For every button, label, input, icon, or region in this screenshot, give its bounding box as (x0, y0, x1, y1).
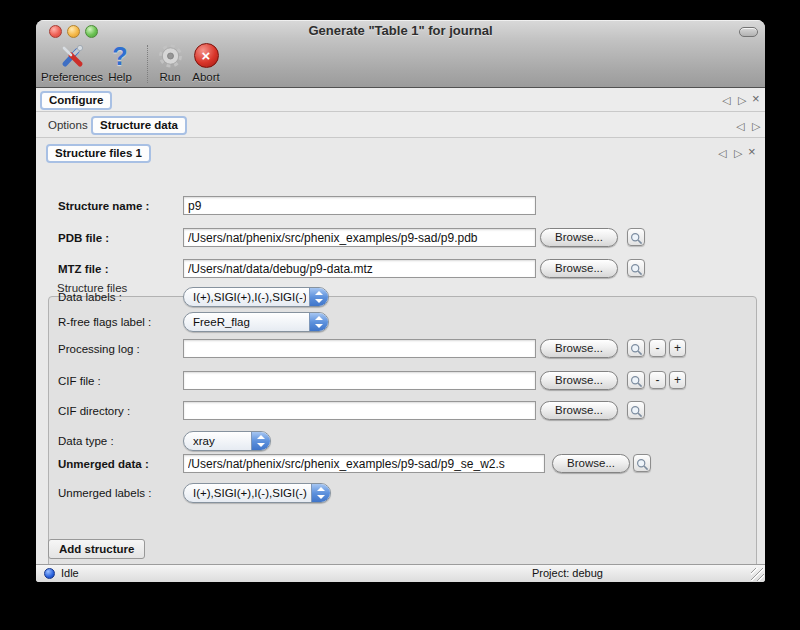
options-tab-strip: Options Structure data ◁ ▷ (36, 113, 765, 138)
cif-file-label: CIF file : (58, 371, 101, 391)
close-pane-icon[interactable]: × (752, 93, 760, 105)
nav-back-icon[interactable]: ◁ (722, 94, 730, 106)
status-bar: Idle Project: debug (36, 564, 765, 582)
tab-options[interactable]: Options (48, 119, 88, 131)
project-label: Project: debug (532, 565, 603, 582)
abort-button[interactable]: × Abort (187, 43, 225, 83)
status-idle-icon (44, 568, 55, 579)
search-icon (636, 458, 649, 471)
data-labels-label: Data labels : (58, 287, 122, 307)
view-mtz-button[interactable] (627, 259, 645, 277)
form-row-data-type: Data type : xray (36, 431, 765, 451)
nav-forward-icon[interactable]: ▷ (734, 147, 742, 159)
window-title: Generate "Table 1" for journal (36, 20, 765, 42)
nav-back-icon[interactable]: ◁ (718, 147, 726, 159)
add-processing-log-button[interactable]: + (669, 339, 686, 357)
form-row-rfree-flags: R-free flags label : FreeR_flag (36, 312, 765, 332)
unmerged-data-input[interactable] (183, 454, 545, 473)
browse-processing-log-button[interactable]: Browse... (540, 339, 618, 358)
nav-back-icon[interactable]: ◁ (736, 120, 744, 132)
pdb-file-label: PDB file : (58, 228, 109, 248)
abort-label: Abort (187, 71, 225, 83)
structure-data-page: Structure files 1 ◁ ▷ × Structure files … (36, 138, 765, 564)
resize-grip[interactable] (751, 568, 764, 581)
form-row-mtz-file: MTZ file : Browse... (36, 259, 765, 279)
structure-name-label: Structure name : (58, 196, 149, 216)
data-labels-value: I(+),SIGI(+),I(-),SIGI(-) (193, 288, 306, 306)
form-row-unmerged-labels: Unmerged labels : I(+),SIGI(+),I(-),SIGI… (36, 483, 765, 503)
search-icon (630, 263, 643, 276)
structure-name-input[interactable] (183, 196, 536, 215)
remove-processing-log-button[interactable]: - (649, 339, 666, 357)
form-row-structure-name: Structure name : (36, 196, 765, 216)
browse-unmerged-data-button[interactable]: Browse... (552, 454, 630, 473)
unmerged-labels-label: Unmerged labels : (58, 483, 151, 503)
cif-file-input[interactable] (183, 371, 536, 390)
tab-structure-files-1[interactable]: Structure files 1 (46, 144, 151, 163)
processing-log-label: Processing log : (58, 339, 140, 359)
abort-x-icon: × (194, 43, 219, 68)
remove-cif-file-button[interactable]: - (649, 371, 666, 389)
add-structure-button[interactable]: Add structure (48, 539, 145, 559)
close-window-button[interactable] (49, 25, 62, 38)
close-pane-icon[interactable]: × (748, 146, 756, 158)
help-label: Help (102, 71, 138, 83)
nav-forward-icon[interactable]: ▷ (752, 120, 760, 132)
zoom-window-button[interactable] (85, 25, 98, 38)
data-type-label: Data type : (58, 431, 114, 451)
browse-cif-file-button[interactable]: Browse... (540, 371, 618, 390)
screenshot-stage: Generate "Table 1" for journal Preferenc… (0, 0, 800, 630)
pdb-file-input[interactable] (183, 228, 536, 247)
form-row-processing-log: Processing log : Browse... - + (36, 339, 765, 359)
run-button[interactable]: Run (152, 43, 188, 83)
rfree-flags-popup[interactable]: FreeR_flag (183, 312, 329, 332)
popup-arrows-icon (309, 288, 328, 306)
cif-directory-label: CIF directory : (58, 401, 130, 421)
processing-log-input[interactable] (183, 339, 536, 358)
view-unmerged-data-button[interactable] (633, 454, 651, 472)
configure-tab-strip: Configure ◁ ▷ × (36, 88, 765, 112)
app-window: Generate "Table 1" for journal Preferenc… (36, 20, 765, 582)
form-row-unmerged-data: Unmerged data : Browse... (36, 454, 765, 474)
popup-arrows-icon (311, 484, 330, 502)
view-processing-log-button[interactable] (627, 339, 645, 357)
toolbar-separator (147, 45, 148, 83)
popup-arrows-icon (251, 432, 270, 450)
data-labels-popup[interactable]: I(+),SIGI(+),I(-),SIGI(-) (183, 287, 329, 307)
help-button[interactable]: ? Help (102, 43, 138, 83)
status-text: Idle (61, 565, 79, 582)
mtz-file-label: MTZ file : (58, 259, 108, 279)
form-row-pdb-file: PDB file : Browse... (36, 228, 765, 248)
unmerged-labels-popup[interactable]: I(+),SIGI(+),I(-),SIGI(-) (183, 483, 331, 503)
view-pdb-button[interactable] (627, 228, 645, 246)
view-cif-file-button[interactable] (627, 371, 645, 389)
search-icon (630, 375, 643, 388)
data-type-popup[interactable]: xray (183, 431, 271, 451)
cif-directory-input[interactable] (183, 401, 536, 420)
title-toolbar: Generate "Table 1" for journal Preferenc… (36, 20, 765, 88)
preferences-label: Preferences (38, 71, 106, 83)
search-icon (630, 343, 643, 356)
unmerged-data-label: Unmerged data : (58, 454, 149, 474)
form-row-cif-file: CIF file : Browse... - + (36, 371, 765, 391)
tab-structure-data[interactable]: Structure data (91, 116, 187, 135)
tab-configure[interactable]: Configure (40, 91, 112, 110)
browse-mtz-button[interactable]: Browse... (540, 259, 618, 278)
popup-arrows-icon (309, 313, 328, 331)
tools-icon (38, 43, 106, 70)
add-cif-file-button[interactable]: + (669, 371, 686, 389)
browse-pdb-button[interactable]: Browse... (540, 228, 618, 247)
help-icon: ? (102, 43, 138, 70)
view-cif-directory-button[interactable] (627, 401, 645, 419)
rfree-flags-value: FreeR_flag (193, 313, 306, 331)
minimize-window-button[interactable] (67, 25, 80, 38)
preferences-button[interactable]: Preferences (38, 43, 106, 83)
data-type-value: xray (193, 432, 248, 450)
toolbar-toggle-button[interactable] (739, 27, 758, 37)
unmerged-labels-value: I(+),SIGI(+),I(-),SIGI(-) (193, 484, 308, 502)
browse-cif-directory-button[interactable]: Browse... (540, 401, 618, 420)
mtz-file-input[interactable] (183, 259, 536, 278)
rfree-flags-label: R-free flags label : (58, 312, 151, 332)
search-icon (630, 232, 643, 245)
nav-forward-icon[interactable]: ▷ (738, 94, 746, 106)
